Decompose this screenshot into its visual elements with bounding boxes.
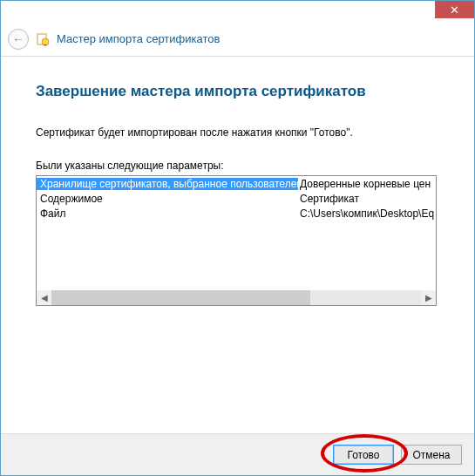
scroll-right-arrow[interactable]: ▶: [421, 290, 436, 305]
table-row[interactable]: Файл C:\Users\компик\Desktop\Eq: [37, 206, 437, 221]
scroll-track[interactable]: [51, 290, 421, 305]
page-title: Завершение мастера импорта сертификатов: [36, 83, 439, 100]
header-title: Мастер импорта сертификатов: [57, 32, 220, 45]
param-value: Сертификат: [298, 193, 437, 205]
titlebar: ✕: [1, 1, 474, 22]
scroll-thumb[interactable]: [51, 290, 310, 305]
params-label: Были указаны следующие параметры:: [36, 160, 439, 172]
header: ← Мастер импорта сертификатов: [1, 22, 474, 57]
table-row[interactable]: Хранилище сертификатов, выбранное пользо…: [37, 176, 437, 191]
cancel-button[interactable]: Отмена: [401, 445, 462, 465]
certificate-wizard-icon: [36, 32, 50, 46]
horizontal-scrollbar[interactable]: ◀ ▶: [37, 290, 436, 305]
finish-button[interactable]: Готово: [333, 445, 394, 465]
param-name: Хранилище сертификатов, выбранное пользо…: [37, 178, 298, 190]
close-button[interactable]: ✕: [435, 1, 474, 18]
back-button[interactable]: ←: [8, 29, 29, 50]
table-row[interactable]: Содержимое Сертификат: [37, 191, 437, 206]
footer: Готово Отмена: [1, 433, 474, 475]
param-value: C:\Users\компик\Desktop\Eq: [298, 207, 437, 220]
params-listbox[interactable]: Хранилище сертификатов, выбранное пользо…: [36, 175, 437, 306]
description-text: Сертификат будет импортирован после нажа…: [36, 126, 439, 139]
wizard-window: ✕ ← Мастер импорта сертификатов Завершен…: [0, 0, 475, 476]
param-value: Доверенные корневые цен: [298, 178, 437, 190]
param-name: Файл: [37, 207, 298, 220]
content-area: Завершение мастера импорта сертификатов …: [1, 57, 474, 315]
scroll-left-arrow[interactable]: ◀: [37, 290, 51, 305]
param-name: Содержимое: [37, 193, 298, 205]
svg-point-1: [42, 38, 49, 45]
